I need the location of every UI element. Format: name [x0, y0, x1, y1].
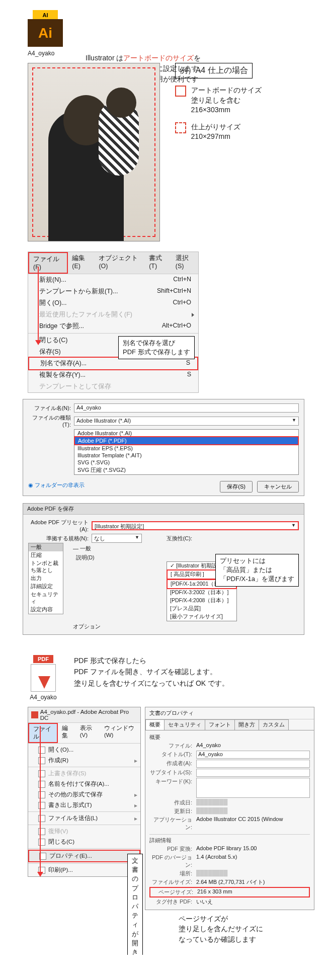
- prop-tab[interactable]: 開き方: [234, 719, 259, 730]
- pdf-side-item[interactable]: 圧縮: [29, 551, 63, 559]
- acrobat-menu-item: 復帰(V): [28, 826, 140, 837]
- acrobat-menu-item[interactable]: ファイルを送信(L): [28, 813, 140, 824]
- arrow-icon: [38, 267, 39, 341]
- acrobat-menubar-item[interactable]: 表示(V): [76, 723, 100, 743]
- save-button[interactable]: 保存(S): [220, 481, 253, 493]
- acrobat-menu-item[interactable]: その他の形式で保存: [28, 789, 140, 800]
- pdf-side-item[interactable]: 設定内容: [29, 606, 63, 614]
- preset-callout: プリセットには「高品質」または「PDF/X-1a」を選びます: [215, 554, 299, 587]
- filetype-option[interactable]: SVG (*.SVG): [74, 459, 298, 466]
- acrobat-menu-item[interactable]: 開く(O)...: [28, 745, 140, 755]
- filename-input[interactable]: A4_oyako: [74, 403, 299, 413]
- pdf-file-icon: PDF A4_oyako: [28, 655, 59, 701]
- menu-item[interactable]: 複製を保存(Y)...S: [28, 369, 198, 381]
- acrobat-menu-item[interactable]: 閉じる(C): [28, 837, 140, 847]
- menu-item[interactable]: 開く(O)...Ctrl+O: [28, 297, 198, 309]
- pdf-sidebar[interactable]: 一般圧縮トンボと裁ち落とし出力詳細設定セキュリティ設定内容: [28, 543, 63, 614]
- keywords-field[interactable]: [196, 778, 310, 798]
- preset-option[interactable]: [PDF/X-3:2002（日本）]: [167, 589, 236, 597]
- prop-tab[interactable]: 概要: [145, 719, 165, 730]
- menu-item[interactable]: Bridge で参照...Alt+Ctrl+O: [28, 320, 198, 332]
- prop-tab[interactable]: セキュリティ: [164, 719, 205, 730]
- acrobat-menubar-item[interactable]: ファイル: [28, 723, 58, 743]
- menubar-item[interactable]: 書式(T): [145, 252, 172, 274]
- hide-folders-link[interactable]: ◉ フォルダーの非表示: [28, 481, 85, 489]
- menubar-item[interactable]: 選択(S): [172, 252, 198, 274]
- acrobat-menu-item[interactable]: 書き出し形式(T): [28, 800, 140, 810]
- preset-option[interactable]: [最小ファイルサイズ]: [167, 613, 236, 621]
- pdf-save-dialog: Adobe PDF を保存 Adobe PDF プリセット (A):[Illus…: [23, 503, 304, 635]
- pdf-side-item[interactable]: 一般: [29, 543, 63, 551]
- properties-callout: 文書のプロパティが開きます: [127, 854, 143, 955]
- final-note: ページサイズが塗り足しを含んだサイズになっているか確認します: [179, 914, 314, 945]
- menu-item: テンプレートとして保存: [28, 381, 198, 392]
- filetype-option[interactable]: Adobe PDF (*.PDF): [74, 436, 299, 445]
- filetype-option[interactable]: Illustrator EPS (*.EPS): [74, 445, 298, 452]
- filetype-option[interactable]: SVG 圧縮 (*.SVGZ): [74, 466, 298, 474]
- artboard-preview: [28, 63, 160, 241]
- saveas-callout: 別名で保存を選びPDF 形式で保存します: [118, 336, 195, 359]
- trim-size-swatch: [175, 122, 186, 133]
- page-size-row: ページサイズ:216 x 303 mm: [149, 887, 310, 897]
- menubar-item[interactable]: 編集(E): [68, 252, 95, 274]
- prop-tab[interactable]: フォント: [205, 719, 235, 730]
- acrobat-menu-item: 上書き保存(S): [28, 768, 140, 779]
- menu-item: 最近使用したファイルを開く(F): [28, 309, 198, 320]
- acrobat-menubar-item[interactable]: 編集: [58, 723, 76, 743]
- preset-option[interactable]: [プレス品質]: [167, 605, 236, 613]
- acrobat-menu-item[interactable]: 名前を付けて保存(A)...: [28, 779, 140, 789]
- acrobat-menu-item[interactable]: プロパティ(E)...: [28, 850, 140, 862]
- filetype-option[interactable]: Adobe Illustrator (*.AI): [74, 430, 298, 437]
- pdf-side-item[interactable]: セキュリティ: [29, 591, 63, 606]
- acrobat-icon: [31, 711, 38, 718]
- acrobat-menubar-item[interactable]: ウィンドウ(W): [100, 723, 140, 743]
- pdf-side-item[interactable]: 詳細設定: [29, 583, 63, 591]
- preset-option[interactable]: [PDF/X-4:2008（日本）]: [167, 597, 236, 605]
- standard-dropdown[interactable]: なし: [92, 534, 142, 543]
- filetype-list[interactable]: Adobe Illustrator (*.AI)Adobe PDF (*.PDF…: [74, 429, 299, 475]
- acrobat-window: A4_oyako.pdf - Adobe Acrobat Pro DC ファイル…: [28, 707, 141, 877]
- menubar-item[interactable]: オブジェクト(O): [95, 252, 145, 274]
- acrobat-menu-item[interactable]: 作成(R): [28, 755, 140, 766]
- arrow-icon: [40, 726, 41, 873]
- illustrator-file-menu: ファイル(F)編集(E)オブジェクト(O)書式(T)選択(S) 新規(N)...…: [28, 252, 199, 393]
- artboard-size-swatch: [175, 86, 186, 97]
- filetype-dropdown[interactable]: Adobe Illustrator (*.AI): [74, 417, 299, 426]
- pdf-side-item[interactable]: 出力: [29, 575, 63, 583]
- subtitle-field[interactable]: [196, 769, 310, 777]
- document-properties-dialog: 文書のプロパティ 概要セキュリティフォント開き方カスタム 概要 ファイル:A4_…: [145, 707, 314, 910]
- menu-item[interactable]: テンプレートから新規(T)...Shift+Ctrl+N: [28, 286, 198, 297]
- save-as-dialog: ファイル名(N):A4_oyako ファイルの種類(T):Adobe Illus…: [23, 399, 304, 496]
- menubar-item[interactable]: ファイル(F): [28, 252, 68, 274]
- prop-tab[interactable]: カスタム: [259, 719, 289, 730]
- pdf-instruction: PDF 形式で保存したらPDF ファイルを開き、サイズを確認します。塗り足しを含…: [74, 655, 229, 689]
- filetype-option[interactable]: Illustrator Template (*.AIT): [74, 452, 298, 459]
- pdf-side-item[interactable]: トンボと裁ち落とし: [29, 559, 63, 575]
- menu-item[interactable]: 新規(N)...Ctrl+N: [28, 274, 198, 286]
- illustrator-file-icon: AI Ai: [28, 10, 63, 48]
- title-field[interactable]: A4_oyako: [196, 751, 310, 759]
- author-field[interactable]: [196, 760, 310, 768]
- pdf-preset-dropdown[interactable]: [Illustrator 初期設定]: [92, 521, 299, 530]
- cancel-button[interactable]: キャンセル: [257, 481, 299, 493]
